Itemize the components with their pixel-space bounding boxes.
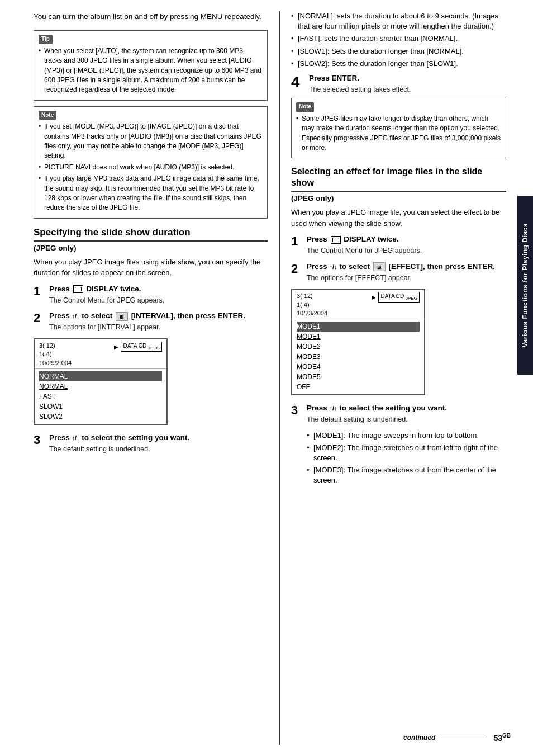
note2-item-0: Some JPEG files may take longer to displ… [296, 114, 501, 153]
intro-text: You can turn the album list on and off b… [34, 11, 268, 22]
screen-mockup-2: 3( 12) 1( 4) 10/23/2004 ▶ DATA CD JPEG M… [291, 289, 425, 395]
step-1-2-num: 2 [34, 311, 49, 324]
screen2-row-2: MODE2 [297, 342, 420, 352]
sidebar-tab: Various Functions for Playing Discs [517, 196, 533, 375]
page-container: Various Functions for Playing Discs You … [0, 0, 533, 756]
screen-header-2: 3( 12) 1( 4) 10/23/2004 ▶ DATA CD JPEG [292, 290, 424, 319]
tip-box: Tip When you select [AUTO], the system c… [34, 30, 268, 100]
screen-row-4: SLOW2 [39, 412, 162, 422]
screen-badge-2: DATA CD JPEG [378, 292, 420, 303]
screen2-row-3: MODE3 [297, 352, 420, 362]
effect-bullet-list: [MODE1]: The image sweeps in from top to… [307, 431, 506, 486]
note1-list: If you set [MODE (MP3, JPEG)] to [IMAGE … [39, 122, 263, 213]
note1-item-0: If you set [MODE (MP3, JPEG)] to [IMAGE … [39, 122, 263, 161]
screen2-row-6: OFF [297, 382, 420, 392]
tip-item-0: When you select [AUTO], the system can r… [39, 46, 263, 95]
step-1-3-title: Press ↑/↓ to select the setting you want… [49, 433, 268, 443]
step-2-1-desc: The Control Menu for JPEG appears. [307, 246, 506, 256]
section2-intro: When you play a JPEG image file, you can… [291, 207, 506, 229]
section2-subheading: (JPEG only) [291, 194, 506, 202]
display-icon-2 [331, 236, 341, 244]
step-1-1-title-text: DISPLAY twice. [86, 285, 141, 293]
step-2-2-desc: The options for [EFFECT] appear. [307, 273, 506, 284]
screen-line2: 1( 4) [39, 350, 72, 358]
step-2-2-num: 2 [291, 262, 307, 275]
updown-icon-4: ↑/↓ [330, 405, 337, 412]
step-1-1-title: Press DISPLAY twice. [49, 284, 268, 295]
interval-bullet-3: [SLOW2]: Sets the duration longer than [… [291, 59, 506, 69]
screen-arrow-2: ▶ [372, 294, 376, 300]
tip-list: When you select [AUTO], the system can r… [39, 46, 263, 95]
step-2-1-content: Press DISPLAY twice. The Control Menu fo… [307, 234, 506, 256]
note2-list: Some JPEG files may take longer to displ… [296, 114, 501, 153]
step-1-2-title: Press ↑/↓ to select ⊞ [INTERVAL], then p… [49, 311, 268, 322]
effect-bullet-2: [MODE3]: The image stretches out from th… [307, 465, 506, 485]
display-icon-1 [73, 285, 83, 293]
section1-subheading: (JPEG only) [34, 244, 268, 252]
note-box-2: Note Some JPEG files may take longer to … [291, 98, 506, 158]
step-2-2-content: Press ↑/↓ to select ⊞ [EFFECT], then pre… [307, 262, 506, 283]
step-2-2: 2 Press ↑/↓ to select ⊞ [EFFECT], then p… [291, 262, 506, 283]
section1-intro: When you play JPEG image files using sli… [34, 257, 268, 278]
continued-line [442, 738, 487, 738]
screen-header-left-2: 3( 12) 1( 4) 10/23/2004 [297, 292, 327, 318]
screen-row-0: NORMAL [39, 371, 162, 381]
screen-header-right-1: ▶ DATA CD JPEG [114, 342, 162, 352]
interval-bullet-list: [NORMAL]: sets the duration to about 6 t… [291, 11, 506, 69]
step-1-2: 2 Press ↑/↓ to select ⊞ [INTERVAL], then… [34, 311, 268, 332]
section1-heading: Specifying the slide show duration [34, 226, 268, 242]
tip-label: Tip [39, 35, 53, 44]
step-2-3-desc: The default setting is underlined. [307, 415, 506, 425]
screen2-line1: 3( 12) [297, 292, 327, 300]
screen2-line2: 1( 4) [297, 301, 327, 309]
sidebar-tab-label: Various Functions for Playing Discs [521, 223, 529, 347]
screen-header-1: 3( 12) 1( 4) 10/29/2 004 ▶ DATA CD JPEG [35, 339, 166, 369]
step-1-1-content: Press DISPLAY twice. The Control Menu fo… [49, 284, 268, 305]
step-2-3-content: Press ↑/↓ to select the setting you want… [307, 403, 506, 424]
step-2-2-title: Press ↑/↓ to select ⊞ [EFFECT], then pre… [307, 262, 506, 272]
step-4: 4 Press ENTER. The selected setting take… [291, 73, 506, 94]
step-2-3-num: 3 [291, 403, 307, 417]
section2-heading: Selecting an effect for image files in t… [291, 166, 506, 192]
step-2-1: 1 Press DISPLAY twice. The Control Menu … [291, 234, 506, 256]
step-4-num: 4 [291, 73, 309, 90]
screen-badge-1: DATA CD JPEG [121, 342, 162, 352]
screen-row-2: FAST [39, 391, 162, 401]
step-1-2-content: Press ↑/↓ to select ⊞ [INTERVAL], then p… [49, 311, 268, 332]
step-2-1-title: Press DISPLAY twice. [307, 234, 506, 245]
screen2-row-1: MODE1 [297, 332, 420, 342]
screen-mockup-1: 3( 12) 1( 4) 10/29/2 004 ▶ DATA CD JPEG … [34, 338, 168, 425]
screen-line1: 3( 12) [39, 342, 72, 350]
screen-body-1: NORMAL NORMAL FAST SLOW1 SLOW2 [35, 369, 166, 424]
note-box-1: Note If you set [MODE (MP3, JPEG)] to [I… [34, 106, 268, 219]
updown-icon-1: ↑/↓ [72, 313, 80, 319]
interval-bullet-2: [SLOW1]: Sets the duration longer than [… [291, 46, 506, 56]
screen-header-left-1: 3( 12) 1( 4) 10/29/2 004 [39, 342, 72, 367]
step-1-2-desc: The options for [INTERVAL] appear. [49, 323, 268, 333]
step-4-content: Press ENTER. The selected setting takes … [309, 73, 506, 94]
step-1-3: 3 Press ↑/↓ to select the setting you wa… [34, 433, 268, 454]
screen2-row-4: MODE4 [297, 362, 420, 372]
note1-item-1: PICTURE NAVI does not work when [AUDIO (… [39, 163, 263, 172]
step-1-3-content: Press ↑/↓ to select the setting you want… [49, 433, 268, 454]
step-4-desc: The selected setting takes effect. [309, 85, 506, 95]
updown-icon-3: ↑/↓ [330, 263, 337, 270]
screen-header-right-2: ▶ DATA CD JPEG [372, 292, 420, 303]
screen-row-3: SLOW1 [39, 401, 162, 412]
step-2-1-num: 1 [291, 234, 307, 248]
effect-icon: ⊞ [373, 262, 386, 271]
interval-icon: ⊞ [116, 312, 128, 321]
note-label-2: Note [296, 102, 314, 112]
continued-text: continued [403, 734, 435, 741]
main-content: You can turn the album list on and off b… [0, 0, 517, 756]
left-column: You can turn the album list on and off b… [34, 11, 279, 745]
effect-bullet-0: [MODE1]: The image sweeps in from top to… [307, 431, 506, 441]
screen-row-1: NORMAL [39, 381, 162, 391]
step-1-1-num: 1 [34, 284, 49, 297]
effect-bullet-1: [MODE2]: The image stretches out from le… [307, 443, 506, 463]
interval-bullet-1: [FAST]: sets the duration shorter than [… [291, 34, 506, 44]
step-1-1: 1 Press DISPLAY twice. The Control Menu … [34, 284, 268, 305]
updown-icon-2: ↑/↓ [72, 434, 80, 441]
step-4-title: Press ENTER. [309, 73, 506, 84]
right-column: [NORMAL]: sets the duration to about 6 t… [280, 11, 506, 745]
